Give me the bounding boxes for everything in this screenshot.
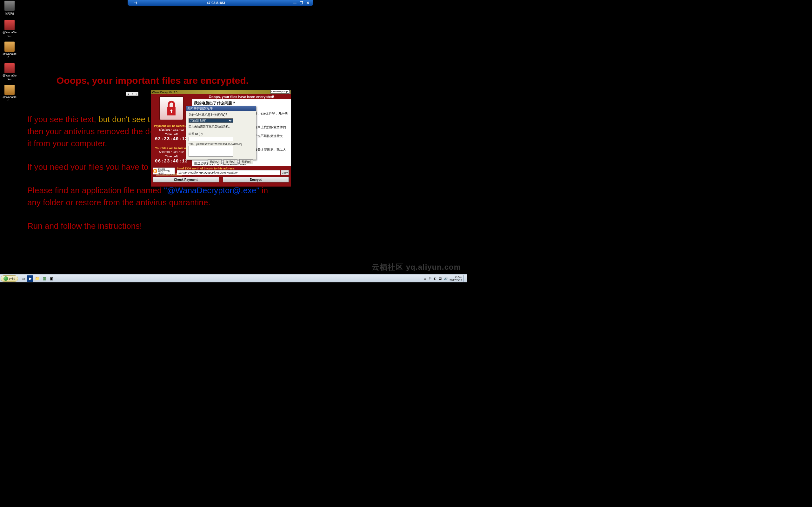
server-manager-icon[interactable]: ▦ xyxy=(41,275,47,282)
restore-icon[interactable]: ❐ xyxy=(300,1,303,5)
start-button[interactable]: 开始 xyxy=(1,275,18,282)
language-bar[interactable]: ■?▾ xyxy=(126,92,139,96)
start-orb-icon xyxy=(3,276,8,281)
bitcoin-address-input[interactable] xyxy=(177,170,280,175)
pin-icon[interactable]: ⊣ xyxy=(132,1,139,5)
show-desktop-button[interactable] xyxy=(464,275,466,282)
wana-shortcut-icon[interactable]: @WanaDec... xyxy=(2,20,17,37)
problem-id-label: 问题 ID (P): xyxy=(188,132,253,136)
remote-connection-bar: ⊣ 47.93.8.183 — ❐ ✕ xyxy=(127,0,313,6)
lock-icon xyxy=(159,96,183,120)
copy-button[interactable]: Copy xyxy=(281,170,289,175)
svg-rect-1 xyxy=(171,111,172,113)
wallpaper-title: Ooops, your important files are encrypte… xyxy=(27,75,441,86)
reason-select[interactable]: 其他(计划外) xyxy=(188,118,233,123)
wana-header: Ooops, your files have been encrypted! xyxy=(192,94,291,99)
taskbar-app-icon[interactable]: ▣ xyxy=(48,275,54,282)
dialog-title[interactable]: 关闭事件跟踪程序 xyxy=(186,106,256,111)
wallpaper-line: Run and follow the instructions! xyxy=(27,221,142,231)
wallpaper-line: If you see this text, xyxy=(27,115,98,124)
wana-shortcut-icon[interactable]: @WanaDec... xyxy=(2,63,17,80)
wallpaper-line: it from your computer. xyxy=(27,138,107,148)
window-titlebar[interactable]: Wana Decrypt0r 2.0 × xyxy=(151,90,291,94)
bitcoin-icon: ₿bitcoinACCEPTED HERE xyxy=(153,168,175,174)
help-button[interactable]: 帮助(H) xyxy=(239,159,253,164)
remote-ip: 47.93.8.183 xyxy=(139,1,293,5)
show-desktop-icon[interactable]: ▭ xyxy=(20,275,26,282)
watermark: 云栖社区 yq.aliyun.com xyxy=(372,262,461,272)
explorer-icon[interactable]: 📁 xyxy=(34,275,40,282)
desktop-icons: 回收站 @WanaDec... @WanaDec... @WanaDec... … xyxy=(2,1,21,106)
wallpaper-line: any folder or restore from the antivirus… xyxy=(27,198,210,207)
cancel-button[interactable]: 取消(C) xyxy=(223,159,237,164)
wana-shortcut-icon[interactable]: @WanaDec... xyxy=(2,85,17,102)
system-tray: ▲ ⚐ ◐ ⬓ 🔊 23:462017/5/12 xyxy=(424,275,467,282)
wallpaper-highlight: "@WanaDecryptor@.exe" xyxy=(164,186,259,195)
powershell-icon[interactable]: ▶ xyxy=(27,275,33,282)
close-icon[interactable]: ✕ xyxy=(306,1,310,5)
clock[interactable]: 23:462017/5/12 xyxy=(449,275,462,282)
reason-description: 因为未知原因而重新启动或关机。 xyxy=(188,125,253,129)
quick-launch: ▭ ▶ 📁 ▦ ▣ xyxy=(20,275,54,282)
payment-countdown-1: Payment will be raised on 5/15/2017 23:2… xyxy=(153,123,190,143)
shutdown-tracker-dialog: 关闭事件跟踪程序 为什么计算机意外关闭(W)? 其他(计划外) 因为未知原因而重… xyxy=(186,106,256,160)
tray-icons[interactable]: ▲ ⚐ ◐ ⬓ 🔊 xyxy=(424,277,448,280)
wana-shortcut-icon[interactable]: @WanaDec... xyxy=(2,42,17,59)
send-btc-label: Send $300 worth of bitcoin to this addre… xyxy=(177,167,289,170)
recycle-bin-icon[interactable]: 回收站 xyxy=(2,1,17,15)
language-select[interactable]: Chinese (simpl xyxy=(270,90,289,94)
wallpaper-line: in xyxy=(259,186,268,195)
window-title: Wana Decrypt0r 2.0 xyxy=(152,91,286,94)
taskbar: 开始 ▭ ▶ 📁 ▦ ▣ ▲ ⚐ ◐ ⬓ 🔊 23:462017/5/12 xyxy=(0,274,467,282)
comment-textarea[interactable] xyxy=(188,146,233,157)
ok-button[interactable]: 确定(O) xyxy=(208,159,222,164)
minimize-icon[interactable]: — xyxy=(293,1,296,5)
payment-countdown-2: Your files will be lost on 5/19/2017 23:… xyxy=(153,145,190,165)
problem-id-input[interactable] xyxy=(188,137,233,141)
dialog-question: 为什么计算机意外关闭(W)? xyxy=(188,113,253,117)
wallpaper-line: Please find an application file named xyxy=(27,186,164,195)
decrypt-button[interactable]: Decrypt xyxy=(223,177,289,182)
comment-hint: 注释：(此字段对您选择的原因来说是必须的)(E) xyxy=(188,143,253,146)
check-payment-button[interactable]: Check Payment xyxy=(153,177,219,182)
